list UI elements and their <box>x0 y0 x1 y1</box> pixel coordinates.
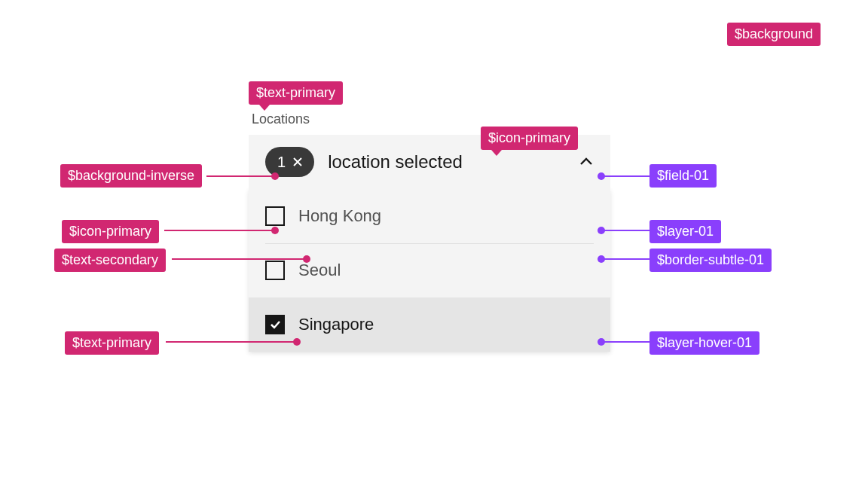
chevron-up-icon[interactable] <box>579 154 594 169</box>
token-background: $background <box>727 23 821 46</box>
checkbox-icon[interactable] <box>265 206 285 226</box>
selection-count: 1 <box>277 154 286 171</box>
token-layer-hover-01: $layer-hover-01 <box>649 331 760 355</box>
close-icon[interactable] <box>292 156 304 168</box>
callout-line <box>172 258 307 260</box>
option-label: Seoul <box>298 261 341 280</box>
callout-line <box>166 341 297 343</box>
callout-line <box>601 230 649 231</box>
option-seoul[interactable]: Seoul <box>249 243 610 297</box>
option-singapore[interactable]: Singapore <box>249 297 610 352</box>
callout-line <box>206 175 275 177</box>
selection-summary: location selected <box>328 151 579 172</box>
token-text-primary-selected: $text-primary <box>65 331 159 355</box>
callout-line <box>164 230 275 231</box>
token-icon-primary-checkbox: $icon-primary <box>62 220 159 243</box>
token-border-subtle-01: $border-subtle-01 <box>649 249 772 272</box>
token-text-secondary: $text-secondary <box>54 249 166 272</box>
multiselect-label: Locations <box>252 111 610 127</box>
token-field-01: $field-01 <box>649 164 717 188</box>
option-label: Hong Kong <box>298 206 381 226</box>
checkbox-checked-icon[interactable] <box>265 315 285 334</box>
option-label: Singapore <box>298 315 374 334</box>
token-background-inverse: $background-inverse <box>60 164 202 188</box>
token-layer-01: $layer-01 <box>649 220 721 243</box>
callout-line <box>601 341 649 343</box>
callout-line <box>601 258 649 260</box>
callout-line <box>601 175 649 177</box>
option-hong-kong[interactable]: Hong Kong <box>249 189 610 243</box>
token-icon-primary-chevron: $icon-primary <box>481 127 578 150</box>
checkbox-icon[interactable] <box>265 261 285 280</box>
multiselect-menu: Hong Kong Seoul Singapore <box>249 189 610 352</box>
token-text-primary: $text-primary <box>249 81 343 105</box>
